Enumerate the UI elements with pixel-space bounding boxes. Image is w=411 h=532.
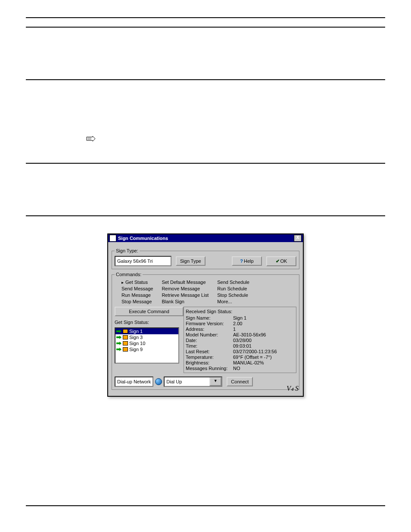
sign-type-value: Galaxy 56x96 Tri [115,256,171,266]
globe-icon [155,378,162,385]
sign-icon [123,335,128,339]
chevron-down-icon[interactable]: ▼ [209,377,221,386]
arrow-icon [116,336,121,339]
status-val: AE-3010-56x96 [233,332,294,337]
received-sign-status: Received Sign Status: Sign Name:Sign 1 F… [184,307,296,373]
help-button[interactable]: ?Help [232,256,262,266]
status-val: 09:03:01 [233,343,294,348]
execute-command-button[interactable]: Execute Command [115,307,184,316]
cmd-run-schedule[interactable]: Run Schedule [217,286,249,291]
page-rule [26,505,385,506]
status-val: NO [233,366,294,371]
cmd-stop-message[interactable]: Stop Message [121,299,153,304]
status-key: Last Reset: [186,349,233,354]
cmd-set-default-message[interactable]: Set Default Message [162,280,209,285]
footer-brand: V₄ S [286,384,299,392]
status-val: MANUAL-02% [233,360,294,365]
help-icon: ? [240,258,243,264]
arrow-icon [116,348,121,351]
sign-icon [123,341,128,345]
status-val: 03/28/00 [233,338,294,343]
status-val: Sign 1 [233,315,294,320]
arrow-icon [116,330,121,333]
arrow-icon [116,342,121,345]
dialup-network-value: Dial Up [165,379,184,384]
status-key: Time: [186,343,233,348]
status-key: Brightness: [186,360,233,365]
note-arrow-icon [86,136,96,141]
connect-button[interactable]: Connect [227,377,253,386]
cmd-more[interactable]: More... [217,299,249,304]
sign-item-1[interactable]: Sign 1 [115,328,178,334]
ok-button[interactable]: ✔OK [266,256,296,266]
status-key: Date: [186,338,233,343]
dialup-network-select[interactable]: Dial Up ▼ [164,376,222,387]
status-key: Address: [186,327,233,332]
status-legend: Received Sign Status: [186,309,294,314]
commands-group: Commands: Get Status Send Message Run Me… [112,272,299,390]
status-key: Messages Running: [186,366,233,371]
status-key: Sign Name: [186,315,233,320]
cmd-run-message[interactable]: Run Message [121,292,153,298]
sign-type-button[interactable]: Sign Type [176,256,206,266]
page-rule [26,215,385,216]
status-val: 03/27/2000-11:23:56 [233,349,294,354]
cmd-blank-sign[interactable]: Blank Sign [162,299,209,304]
status-key: Temperature: [186,355,233,360]
close-icon[interactable]: X [294,235,302,242]
sign-item-3[interactable]: Sign 3 [115,334,178,340]
cmd-retrieve-message-list[interactable]: Retrieve Message List [162,292,209,298]
get-sign-status-label: Get Sign Status: [115,320,179,325]
commands-legend: Commands: [115,272,143,277]
check-icon: ✔ [276,258,280,264]
status-key: Firmware Version: [186,321,233,326]
cmd-remove-message[interactable]: Remove Message [162,286,209,291]
sign-icon [123,347,128,352]
titlebar: Sign Communications X [108,234,303,242]
sign-item-10[interactable]: Sign 10 [115,340,178,346]
status-val: 2.00 [233,321,294,326]
sign-communications-window: Sign Communications X Sign Type: Galaxy … [107,233,304,397]
cmd-send-message[interactable]: Send Message [121,286,153,291]
app-icon [109,235,116,242]
sign-icon [123,329,128,333]
window-title: Sign Communications [118,236,294,241]
sign-type-legend: Sign Type: [115,248,140,253]
sign-list[interactable]: Sign 1 Sign 3 Sign 10 Sign 9 [115,327,179,364]
dialup-network-label: Dial-up Network [115,379,153,384]
sign-type-group: Sign Type: Galaxy 56x96 Tri Sign Type ?H… [112,248,299,269]
sign-item-9[interactable]: Sign 9 [115,346,178,352]
status-val: 69°F (Offset = -7°) [233,355,294,360]
cmd-stop-schedule[interactable]: Stop Schedule [217,292,249,298]
status-key: Model Number: [186,332,233,337]
dialup-network-label-box: Dial-up Network [115,376,153,387]
status-val: 1 [233,327,294,332]
cmd-get-status[interactable]: Get Status [121,280,153,285]
cmd-send-schedule[interactable]: Send Schedule [217,280,249,285]
